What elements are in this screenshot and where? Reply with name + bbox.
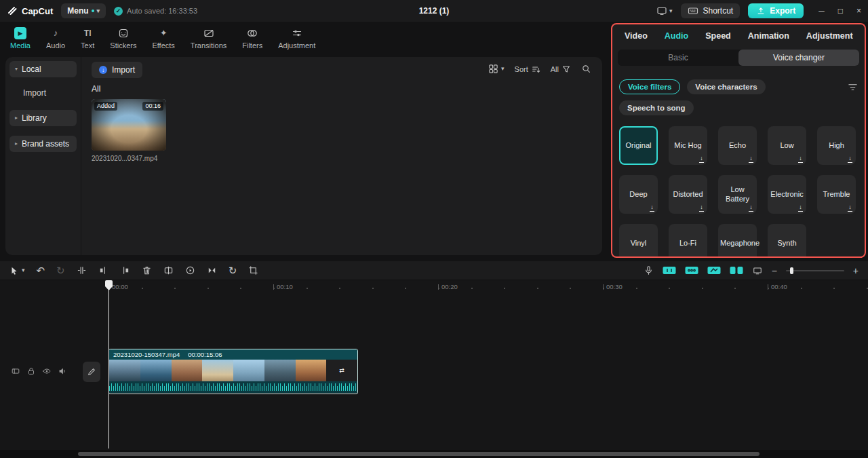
split-button[interactable]: [77, 265, 87, 277]
capcut-logo-icon: [7, 5, 18, 16]
view-mode-button[interactable]: ▾: [488, 64, 505, 74]
media-thumbnail[interactable]: Added 00:16: [92, 99, 166, 151]
filter-all-button[interactable]: All: [551, 64, 571, 74]
sidebar-item-brand-assets[interactable]: ▸ Brand assets: [9, 136, 77, 152]
clip-end-icon: ⇄: [326, 360, 357, 381]
ribbon-tab-label: Media: [10, 41, 31, 50]
search-button[interactable]: [581, 64, 591, 74]
voice-tile-mic-hog[interactable]: Mic Hog ↓: [669, 126, 707, 165]
crop-button[interactable]: [248, 265, 258, 277]
preview-axis-button[interactable]: [752, 265, 763, 277]
ribbon-tab-effects[interactable]: ✦ Effects: [152, 26, 174, 56]
mirror-canvas-button[interactable]: [163, 265, 174, 277]
voice-tile-deep[interactable]: Deep ↓: [619, 175, 658, 214]
text-icon: TI: [84, 26, 92, 39]
menu-label: Menu: [67, 6, 88, 16]
timeline-zoom-slider[interactable]: [786, 270, 844, 271]
zoom-slider-handle[interactable]: [790, 267, 793, 274]
import-media-button[interactable]: ↓ Import: [92, 62, 142, 78]
voice-tile-tremble[interactable]: Tremble ↓: [817, 175, 856, 214]
export-button[interactable]: Export: [748, 3, 804, 18]
close-button[interactable]: ×: [856, 6, 861, 16]
speed-button[interactable]: [185, 265, 195, 277]
tab-adjustment[interactable]: Adjustment: [806, 31, 853, 41]
pencil-icon: [87, 367, 96, 377]
ribbon-tab-stickers[interactable]: Stickers: [110, 26, 136, 56]
shortcut-button[interactable]: Shortcut: [681, 3, 741, 18]
zoom-in-button[interactable]: +: [853, 265, 859, 277]
voice-characters-pill[interactable]: Voice characters: [687, 79, 765, 94]
ribbon-tab-label: Transitions: [191, 41, 226, 50]
subtab-voice-changer[interactable]: Voice changer: [738, 50, 859, 66]
display-layout-button[interactable]: ▾: [656, 5, 673, 16]
zoom-out-button[interactable]: −: [772, 265, 777, 277]
speech-to-song-pill[interactable]: Speech to song: [619, 100, 694, 115]
voice-tile-synth[interactable]: Synth: [768, 224, 806, 258]
subtab-basic[interactable]: Basic: [618, 50, 738, 66]
voice-tile-original[interactable]: Original: [619, 126, 658, 165]
smart-tool-c-button[interactable]: [707, 265, 721, 277]
eye-icon[interactable]: [42, 366, 52, 376]
autosave-text: Auto saved: 16:33:53: [127, 7, 197, 15]
select-tool-button[interactable]: ▾: [9, 265, 25, 277]
tab-speed[interactable]: Speed: [705, 31, 731, 41]
timeline-ruler[interactable]: 00:00 00:10 00:20 00:30 00:40: [0, 280, 868, 294]
voice-tile-high[interactable]: High ↓: [817, 126, 856, 165]
trim-right-button[interactable]: [120, 265, 130, 277]
media-filename: 20231020...0347.mp4: [92, 155, 173, 162]
rotate-button[interactable]: ↻: [229, 265, 237, 277]
voice-tile-megaphone[interactable]: Megaphone: [718, 224, 757, 258]
flip-button[interactable]: [207, 265, 217, 277]
timeline-scrollbar-thumb[interactable]: [78, 452, 760, 456]
timeline-clip[interactable]: 20231020-150347.mp4 00:00:15:06 ⇄: [108, 349, 358, 394]
sidebar-item-import[interactable]: Import: [23, 88, 46, 98]
trim-left-button[interactable]: [98, 265, 108, 277]
smart-tool-d-button[interactable]: [730, 265, 743, 277]
voice-tile-label: Echo: [729, 141, 746, 151]
ribbon-tab-audio[interactable]: ♪ Audio: [46, 26, 65, 56]
voice-tile-echo[interactable]: Echo ↓: [718, 126, 757, 165]
split-icon: [77, 265, 87, 275]
voice-tile-vinyl[interactable]: Vinyl: [619, 224, 658, 258]
ribbon-tab-text[interactable]: TI Text: [81, 26, 94, 56]
smart-tool-a-button[interactable]: [663, 265, 676, 277]
ribbon-tab-media[interactable]: ▶ Media: [10, 26, 31, 56]
record-voiceover-button[interactable]: [644, 265, 654, 277]
sidebar-item-local[interactable]: ▾ Local: [9, 61, 77, 77]
chevron-right-icon: ▸: [15, 141, 18, 147]
delete-button[interactable]: [142, 265, 152, 277]
voice-tile-electronic[interactable]: Electronic ↓: [768, 175, 806, 214]
voice-tile-distorted[interactable]: Distorted ↓: [669, 175, 707, 214]
smart-tool-b-button[interactable]: [685, 265, 698, 277]
sort-button[interactable]: Sort: [515, 64, 540, 74]
voice-tile-low[interactable]: Low ↓: [768, 126, 806, 165]
voice-filter-sort-button[interactable]: [848, 82, 858, 92]
voice-tile-label: Tremble: [823, 190, 850, 199]
redo-button[interactable]: ↻: [56, 265, 65, 277]
track-cover-icon[interactable]: [11, 366, 20, 376]
voice-tile-low-battery[interactable]: Low Battery ↓: [718, 175, 757, 214]
minimize-button[interactable]: ─: [818, 6, 825, 16]
ribbon-tab-filters[interactable]: Filters: [242, 26, 262, 56]
tab-video[interactable]: Video: [625, 31, 648, 41]
audio-subtabs: Basic Voice changer: [618, 50, 859, 66]
tab-animation[interactable]: Animation: [748, 31, 789, 41]
voice-filters-pill[interactable]: Voice filters: [619, 79, 680, 94]
voice-tile-lo-fi[interactable]: Lo-Fi: [669, 224, 707, 258]
audio-icon: ♪: [54, 26, 58, 39]
ribbon-tab-transitions[interactable]: Transitions: [191, 26, 226, 56]
chevron-down-icon: ▾: [97, 8, 100, 14]
timeline-scrollbar-track: [0, 450, 868, 458]
chevron-down-icon: ▾: [22, 267, 25, 273]
undo-button[interactable]: ↶: [37, 265, 45, 277]
lock-icon[interactable]: [26, 366, 36, 376]
draft-edit-button[interactable]: [83, 362, 100, 382]
mute-icon[interactable]: [58, 366, 67, 376]
maximize-button[interactable]: □: [838, 6, 843, 16]
ribbon-tab-adjustment[interactable]: Adjustment: [278, 26, 315, 56]
sidebar-item-library[interactable]: ▸ Library: [9, 110, 77, 126]
tab-audio[interactable]: Audio: [665, 31, 688, 41]
sidebar-item-label: Import: [23, 88, 46, 98]
menu-button[interactable]: Menu ▾: [61, 3, 106, 18]
filters-icon: [247, 26, 258, 39]
